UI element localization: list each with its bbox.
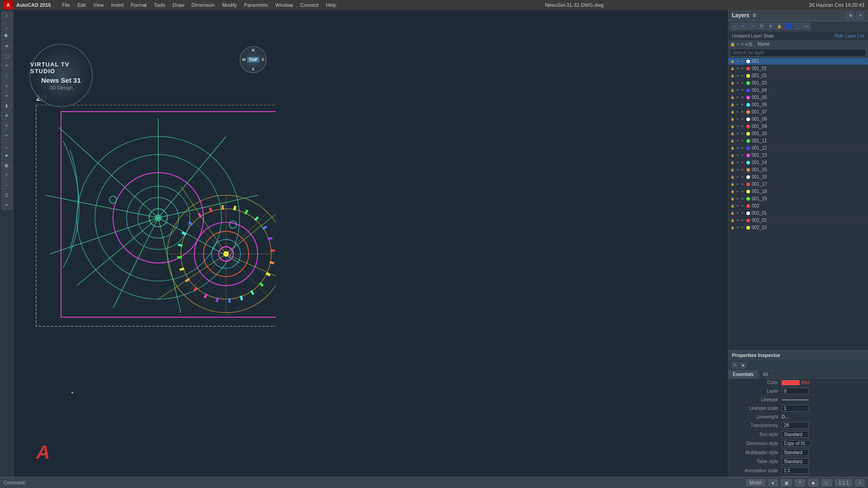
zoom-in-btn[interactable]: + (855, 479, 864, 486)
layer-search-input[interactable] (730, 49, 866, 56)
tool-pan[interactable]: ☸ (1, 42, 12, 51)
tool-zoom[interactable]: 🔍 (1, 32, 12, 41)
props-icon[interactable]: ✏ (732, 362, 738, 368)
tool-dimension[interactable]: ↔ (1, 181, 12, 190)
menu-connect[interactable]: Connect (297, 1, 322, 9)
properties-inspector: Properties Inspector ✏ ■ Essentials All … (728, 350, 868, 477)
lock-btn[interactable]: 🔒 (775, 23, 783, 30)
prop-label: Layer (732, 389, 782, 394)
tool-hatch[interactable]: ▩ (1, 161, 12, 170)
layer-item[interactable]: 🔓 ☀ ❄ 001_02 (728, 72, 868, 80)
layer-item[interactable]: 🔓 ☀ ❄ 001_13 (728, 152, 868, 159)
tool-move[interactable]: ✥ (1, 111, 12, 120)
layer-item[interactable]: 🔓 ☀ ❄ 001_16 (728, 174, 868, 181)
right-panel: Layers 0 ⚙ ✕ + ☓ ✓ ☰ ❄ 🔒 ⎯ >> Unsaved La… (728, 10, 868, 477)
prop-label: Text style (732, 432, 782, 437)
tool-properties[interactable]: ✏ (1, 201, 12, 210)
layer-item[interactable]: 🔓 ☀ ❄ 002_01 (728, 210, 868, 217)
layer-item[interactable]: 🔓 ☀ ❄ 001_17 (728, 181, 868, 188)
tool-rotate[interactable]: ↻ (1, 121, 12, 130)
layer-item[interactable]: 🔓 ☀ ❄ 001_18 (728, 188, 868, 195)
osnap-btn[interactable]: ▷ (822, 479, 832, 486)
tool-polyline[interactable]: ⎋ (1, 81, 12, 90)
layer-item[interactable]: 🔓 ☀ ❄ 001_07 (728, 108, 868, 116)
prop-label: Linetype scale (732, 406, 782, 411)
layer-item[interactable]: 🔓 ☀ ❄ 001_04 (728, 87, 868, 94)
app-logo[interactable]: A (4, 0, 13, 9)
tool-text[interactable]: T (1, 171, 12, 180)
menu-datetime: 26 Haziran Cmt 14:20:43 (809, 2, 864, 8)
svg-line-38 (226, 254, 268, 296)
layer-list[interactable]: 🔓 ☀ ❄ 001 🔓 ☀ ❄ 001_01 🔓 ☀ ❄ 001_02 (728, 58, 868, 350)
layer-item[interactable]: 🔓 ☀ ❄ 001_03 (728, 80, 868, 87)
menubar: A AutoCAD 2015 File Edit View Insert For… (0, 0, 868, 10)
polar-btn[interactable]: ◆ (808, 479, 818, 486)
tool-mirror[interactable]: ⇔ (1, 91, 12, 100)
linetype-btn[interactable]: ⎯ (793, 23, 802, 30)
tool-rect[interactable]: □ (1, 71, 12, 80)
layer-state-btn[interactable]: ☰ (757, 23, 765, 30)
menu-edit[interactable]: Edit (74, 1, 89, 9)
layer-item[interactable]: 🔓 ☀ ❄ 001_15 (728, 166, 868, 174)
snap-btn[interactable]: ● (769, 479, 778, 486)
set-current-btn[interactable]: ✓ (748, 23, 756, 30)
menu-window[interactable]: Window (272, 1, 296, 9)
layer-item[interactable]: 🔓 ☀ ❄ 002 (728, 202, 868, 210)
ortho-btn[interactable]: ┴ (795, 479, 805, 486)
layers-close-btn[interactable]: ✕ (856, 12, 864, 19)
menu-tools[interactable]: Tools (151, 1, 169, 9)
model-btn[interactable]: Model (746, 479, 765, 486)
layer-item[interactable]: 🔓 ☀ ❄ 001_09 (728, 123, 868, 130)
prop-label: Table style (732, 459, 782, 464)
hide-list-btn[interactable]: Hide Layer List (834, 33, 864, 38)
layers-settings-btn[interactable]: ⚙ (846, 12, 854, 19)
layer-list-header: 🔓 ☀ ❄ ■ 🖼 ⎯ Name (728, 41, 868, 48)
grid-btn[interactable]: ▣ (781, 479, 792, 486)
layer-item[interactable]: 🔓 ☀ ❄ 001_12 (728, 145, 868, 152)
tool-select[interactable]: ⇧ (1, 12, 12, 21)
tool-layer[interactable]: ☰ (1, 191, 12, 200)
prop-row: Transparency 29 (728, 421, 868, 430)
tool-trim[interactable]: ✄ (1, 131, 12, 140)
menu-dimension[interactable]: Dimension (188, 1, 218, 9)
menu-parametric[interactable]: Parametric (241, 1, 271, 9)
properties-tabs: Essentials All (728, 371, 868, 379)
layers-panel-header: Layers 0 ⚙ ✕ (728, 10, 868, 21)
layer-item[interactable]: 🔓 ☀ ❄ 001_11 (728, 137, 868, 145)
layer-item[interactable]: 🔓 ☀ ❄ 001_06 (728, 101, 868, 108)
layer-item[interactable]: 🔓 ☀ ❄ 002_03 (728, 224, 868, 231)
layer-item[interactable]: 🔓 ☀ ❄ 001_08 (728, 116, 868, 123)
tool-offset[interactable]: ■ (1, 151, 12, 160)
layer-item[interactable]: 🔓 ☀ ❄ 001_05 (728, 94, 868, 101)
tool-extend[interactable]: ⎯ (1, 141, 12, 150)
menu-modify[interactable]: Modify (219, 1, 240, 9)
menu-format[interactable]: Format (127, 1, 150, 9)
menu-draw[interactable]: Draw (170, 1, 188, 9)
layer-item[interactable]: 🔓 ☀ ❄ 001_01 (728, 65, 868, 72)
color-btn[interactable] (784, 23, 793, 30)
menu-file[interactable]: File (59, 1, 73, 9)
more-btn[interactable]: >> (802, 23, 811, 30)
props-icon2[interactable]: ■ (740, 362, 746, 368)
delete-layer-btn[interactable]: ☓ (739, 23, 747, 30)
tool-circle[interactable]: ◯ (1, 52, 12, 61)
tool-line[interactable]: ⎯ (1, 22, 12, 31)
compass-east: E (262, 57, 264, 62)
freeze-btn[interactable]: ❄ (766, 23, 774, 30)
tab-all[interactable]: All (759, 371, 773, 378)
layer-item[interactable]: 🔓 ☀ ❄ 001_19 (728, 195, 868, 202)
layer-item[interactable]: 🔓 ☀ ❄ 001 (728, 58, 868, 65)
menu-help[interactable]: Help (323, 1, 340, 9)
layer-item[interactable]: 🔓 ☀ ❄ 002_02 (728, 217, 868, 224)
compass: N S E W TOP (240, 46, 267, 73)
tool-copy[interactable]: ▮ (1, 101, 12, 110)
layer-item[interactable]: 🔓 ☀ ❄ 001_10 (728, 130, 868, 137)
menu-insert[interactable]: Insert (108, 1, 127, 9)
tool-arc[interactable]: ↶ (1, 61, 12, 70)
command-input[interactable] (28, 480, 118, 485)
tab-essentials[interactable]: Essentials (728, 371, 759, 378)
new-layer-btn[interactable]: + (730, 23, 738, 30)
layer-item[interactable]: 🔓 ☀ ❄ 001_14 (728, 159, 868, 166)
menu-view[interactable]: View (90, 1, 107, 9)
prop-label: Color (732, 380, 782, 385)
